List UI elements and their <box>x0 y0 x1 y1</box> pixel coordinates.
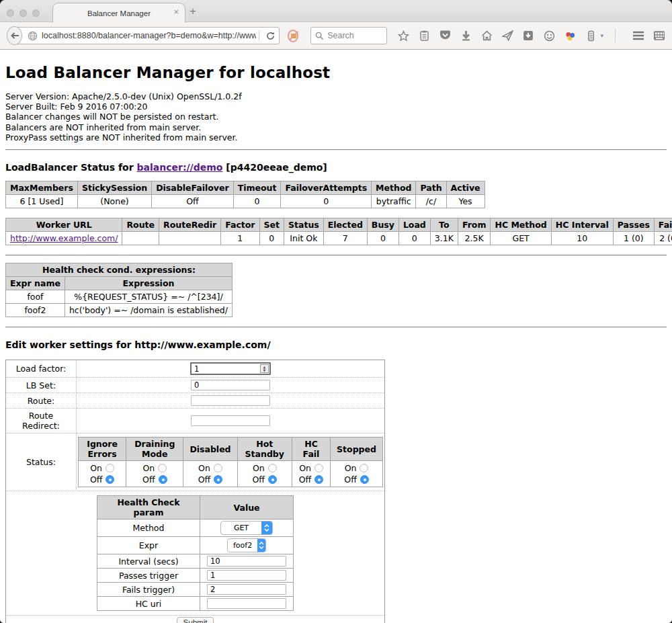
draining-mode-off-radio[interactable] <box>159 475 167 484</box>
container-battery-icon[interactable] <box>585 30 597 42</box>
on-label: On <box>142 462 155 474</box>
cell-stickysession: (None) <box>77 195 151 208</box>
edit-worker-heading: Edit worker settings for http://www.exam… <box>5 339 667 350</box>
off-label: Off <box>299 474 311 485</box>
on-label: On <box>198 462 210 474</box>
col-expression: Expression <box>65 277 232 290</box>
cell-hc-interval: 10 <box>551 232 613 245</box>
form-row-hc-params: Health Check param Value Method GET <box>6 491 384 615</box>
form-row-status: Status: Ignore Errors Draining Mode Disa… <box>6 433 384 491</box>
interval-input[interactable] <box>207 556 286 567</box>
edit-worker-form: Load factor: ▲▼ LB Set: Route: Route Red… <box>5 360 385 623</box>
hc-expr-row: Expr foof2 <box>97 537 294 554</box>
passes-input[interactable] <box>207 570 286 581</box>
hc-expressions-title: Health check cond. expressions: <box>6 263 233 277</box>
form-row-load-factor: Load factor: ▲▼ <box>6 360 384 377</box>
balancer-status-table: MaxMembers StickySession DisableFailover… <box>5 181 485 208</box>
search-icon <box>315 32 324 40</box>
hot-standby-off-radio[interactable] <box>268 475 277 484</box>
ignore-errors-off-radio[interactable] <box>106 475 114 484</box>
load-factor-input[interactable] <box>190 362 271 375</box>
globe-icon <box>28 31 38 41</box>
home-icon[interactable] <box>480 30 493 42</box>
off-label: Off <box>253 474 265 485</box>
search-bar[interactable]: Search <box>310 27 387 44</box>
form-row-route: Route: <box>6 392 384 408</box>
ignore-errors-on-radio[interactable] <box>106 464 114 472</box>
cell-expression: %{REQUEST_STATUS} =~ /^[234]/ <box>65 290 232 304</box>
reload-button[interactable] <box>262 32 279 40</box>
keyboard-grid-icon[interactable] <box>653 30 665 42</box>
save-to-box-icon[interactable] <box>522 30 534 42</box>
lb-set-label: LB Set: <box>6 377 77 392</box>
form-row-submit: Submit <box>6 615 384 623</box>
pocket-icon[interactable] <box>439 30 451 42</box>
content-blocked-icon[interactable] <box>288 30 298 42</box>
hc-fail-off-radio[interactable] <box>314 475 323 484</box>
load-factor-label: Load factor: <box>6 360 77 377</box>
minimize-window-icon[interactable] <box>19 9 27 17</box>
menu-hamburger-icon[interactable] <box>632 30 644 42</box>
stopped-on-radio[interactable] <box>360 464 368 472</box>
col-set: Set <box>259 218 284 232</box>
download-icon[interactable] <box>460 30 472 42</box>
number-spinner-icon[interactable]: ▲▼ <box>260 364 269 373</box>
tab-close-icon[interactable]: × <box>173 7 179 16</box>
submit-button[interactable]: Submit <box>177 617 214 623</box>
draining-mode-on-radio[interactable] <box>158 464 167 472</box>
hc-uri-input[interactable] <box>207 598 286 609</box>
back-arrow-icon <box>10 32 19 40</box>
new-tab-icon[interactable]: + <box>190 5 196 17</box>
stopped-off-radio[interactable] <box>360 475 369 484</box>
col-timeout: Timeout <box>233 181 281 195</box>
bookmark-star-icon[interactable] <box>397 30 409 42</box>
col-path: Path <box>416 181 446 195</box>
reading-list-icon[interactable] <box>418 30 430 42</box>
color-dots-icon[interactable] <box>564 30 576 42</box>
load-factor-stepper: ▲▼ <box>190 362 271 375</box>
col-disabled: Disabled <box>183 438 237 461</box>
col-status: Status <box>284 218 324 232</box>
route-input[interactable] <box>191 395 270 406</box>
balancer-demo-link[interactable]: balancer://demo <box>137 162 223 173</box>
tab-title: Balancer Manager <box>87 9 151 17</box>
table-header-row: Ignore Errors Draining Mode Disabled Hot… <box>79 438 383 461</box>
url-bar[interactable]: localhost:8880/balancer-manager?b=demo&w… <box>13 27 280 44</box>
hc-fail-on-radio[interactable] <box>314 464 323 472</box>
disabled-off-radio[interactable] <box>214 475 222 484</box>
back-button[interactable] <box>7 26 22 45</box>
hc-interval-row: Interval (secs) <box>97 554 294 569</box>
zoom-window-icon[interactable] <box>32 9 40 17</box>
worker-url-link[interactable]: http://www.example.com/ <box>10 233 118 243</box>
col-passes: Passes <box>613 218 654 232</box>
off-label: Off <box>142 474 155 485</box>
disabled-on-radio[interactable] <box>214 464 222 472</box>
url-text[interactable]: localhost:8880/balancer-manager?b=demo&w… <box>42 31 256 40</box>
lb-set-input[interactable] <box>191 380 270 390</box>
hc-fail-radios: On Off <box>292 461 330 487</box>
col-failoverattempts: FailoverAttempts <box>281 181 372 195</box>
route-redirect-input[interactable] <box>191 415 270 426</box>
method-select[interactable]: GET <box>220 521 273 535</box>
persist-notice-line: Balancer changes will NOT be persisted o… <box>5 112 667 122</box>
close-window-icon[interactable] <box>7 9 14 17</box>
overflow-caret-icon[interactable]: ▾ <box>600 32 603 39</box>
title-bar: Balancer Manager × + <box>0 0 672 22</box>
route-redirect-label: Route Redirect: <box>6 408 77 433</box>
send-plane-icon[interactable] <box>501 30 513 42</box>
col-hc-param: Health Check param <box>97 496 200 520</box>
col-method: Method <box>372 181 416 195</box>
hc-expressions-table: Health check cond. expressions: Expr nam… <box>5 263 233 317</box>
col-maxmembers: MaxMembers <box>6 181 78 195</box>
ignore-errors-radios: On Off <box>79 461 126 487</box>
status-radio-table: Ignore Errors Draining Mode Disabled Hot… <box>78 437 383 487</box>
form-row-route-redirect: Route Redirect: <box>6 408 384 433</box>
on-label: On <box>299 462 311 474</box>
chat-smiley-icon[interactable] <box>543 30 555 42</box>
fails-input[interactable] <box>207 584 286 595</box>
worker-status-table: Worker URL Route RouteRedir Factor Set S… <box>5 218 672 245</box>
tab-balancer-manager[interactable]: Balancer Manager × <box>52 3 185 23</box>
cell-method: bytraffic <box>372 195 416 208</box>
expr-select[interactable]: foof2 <box>227 538 266 552</box>
hot-standby-on-radio[interactable] <box>268 464 277 472</box>
